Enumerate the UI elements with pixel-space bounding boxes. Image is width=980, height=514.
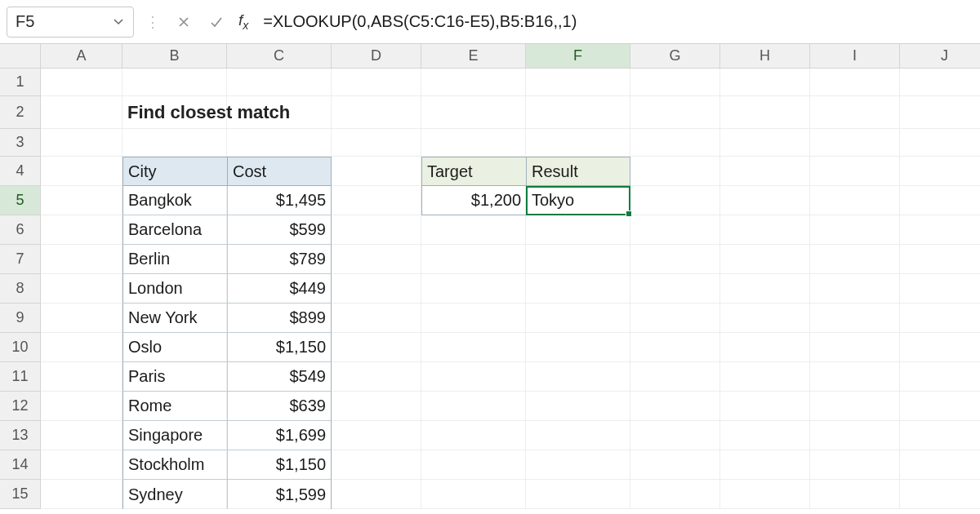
column-headers: ABCDEFGHIJ [0,44,980,69]
table1-header-city[interactable]: City [122,157,227,186]
row-header-2[interactable]: 2 [0,96,41,129]
row-header-7[interactable]: 7 [0,245,41,274]
table-row-cost[interactable]: $639 [227,392,332,421]
name-box-value: F5 [16,12,34,31]
column-header-I[interactable]: I [810,44,900,69]
lookup-target-header[interactable]: Target [421,157,526,186]
table-row-city[interactable]: London [122,274,227,304]
lookup-result-header[interactable]: Result [526,157,630,186]
column-header-J[interactable]: J [900,44,980,69]
fx-icon[interactable]: fx [238,11,248,32]
row-header-9[interactable]: 9 [0,304,41,333]
enter-formula-button[interactable] [204,10,229,34]
cancel-formula-button[interactable] [172,10,196,34]
row-header-5[interactable]: 5 [0,186,41,215]
table-row-cost[interactable]: $789 [227,245,332,274]
worksheet-title: Find closest match [122,96,449,129]
table-row-cost[interactable]: $1,495 [227,186,332,215]
table-row-city[interactable]: Paris [122,362,227,392]
spreadsheet-grid: ABCDEFGHIJ 123456789101112131415 Find cl… [0,44,980,514]
column-header-A[interactable]: A [41,44,122,69]
table-row-city[interactable]: Berlin [122,245,227,274]
table-row-city[interactable]: Sydney [122,480,227,509]
table-row-city[interactable]: Rome [122,392,227,421]
column-header-C[interactable]: C [227,44,332,69]
table-row-cost[interactable]: $899 [227,304,332,333]
column-header-D[interactable]: D [332,44,421,69]
table-row-cost[interactable]: $1,150 [227,333,332,362]
table-row-cost[interactable]: $1,699 [227,421,332,450]
lookup-target-value[interactable]: $1,200 [421,186,526,215]
table-row-cost[interactable]: $599 [227,215,332,245]
row-header-8[interactable]: 8 [0,274,41,304]
table1-header-cost[interactable]: Cost [227,157,332,186]
column-header-G[interactable]: G [630,44,720,69]
chevron-down-icon [112,16,125,29]
formula-input[interactable] [263,7,980,38]
formula-bar-row: F5 ⋮ fx [0,0,980,44]
table-row-city[interactable]: Barcelona [122,215,227,245]
table-row-cost[interactable]: $549 [227,362,332,392]
row-header-4[interactable]: 4 [0,157,41,186]
separator-icon: ⋮ [145,13,160,31]
table-row-city[interactable]: New York [122,304,227,333]
column-header-F[interactable]: F [526,44,630,69]
row-header-14[interactable]: 14 [0,450,41,480]
row-header-3[interactable]: 3 [0,129,41,157]
table-row-city[interactable]: Oslo [122,333,227,362]
row-header-12[interactable]: 12 [0,392,41,421]
row-header-13[interactable]: 13 [0,421,41,450]
table-row-city[interactable]: Stockholm [122,450,227,480]
column-header-E[interactable]: E [421,44,526,69]
table-row-cost[interactable]: $1,150 [227,450,332,480]
row-headers: 123456789101112131415 [0,69,41,509]
row-header-1[interactable]: 1 [0,69,41,96]
row-header-11[interactable]: 11 [0,362,41,392]
table-row-cost[interactable]: $1,599 [227,480,332,509]
table-row-city[interactable]: Singapore [122,421,227,450]
row-header-6[interactable]: 6 [0,215,41,245]
column-header-B[interactable]: B [122,44,227,69]
select-all-corner[interactable] [0,44,41,69]
row-header-15[interactable]: 15 [0,480,41,509]
table-row-city[interactable]: Bangkok [122,186,227,215]
table-row-cost[interactable]: $449 [227,274,332,304]
row-header-10[interactable]: 10 [0,333,41,362]
column-header-H[interactable]: H [720,44,810,69]
name-box[interactable]: F5 [7,7,134,38]
lookup-result-value[interactable]: Tokyo [526,186,630,215]
